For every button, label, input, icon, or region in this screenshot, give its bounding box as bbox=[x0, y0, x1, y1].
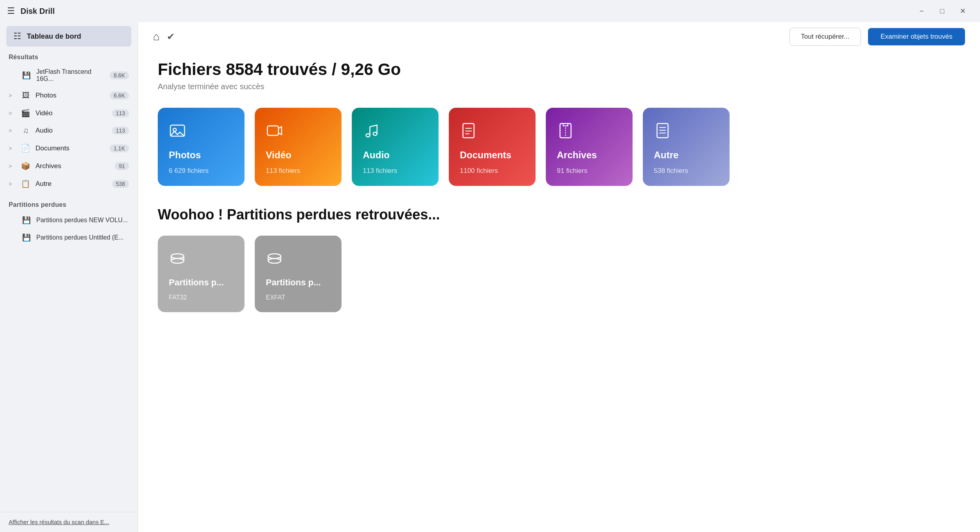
sidebar-item-video[interactable]: > 🎬 Vidéo 113 bbox=[0, 104, 138, 122]
sidebar-disk-item[interactable]: 💾 JetFlash Transcend 16G... 8.6K bbox=[0, 64, 138, 87]
partition-2-label: Partitions p... bbox=[266, 277, 330, 288]
sidebar-item-autre[interactable]: > 📋 Autre 538 bbox=[0, 175, 138, 193]
documents-card-count: 1100 fichiers bbox=[460, 167, 525, 175]
file-type-cards: Photos 6 629 fichiers Vidéo 113 fichiers bbox=[158, 108, 960, 186]
close-button[interactable]: ✕ bbox=[952, 4, 973, 18]
svg-point-22 bbox=[268, 259, 281, 263]
sidebar-item-archives[interactable]: > 📦 Archives 91 bbox=[0, 157, 138, 175]
dashboard-label: Tableau de bord bbox=[27, 32, 81, 41]
disk-icon: 💾 bbox=[21, 233, 32, 242]
sidebar-archives-badge: 91 bbox=[115, 162, 129, 170]
dashboard-grid-icon: ☷ bbox=[13, 31, 21, 41]
svg-point-1 bbox=[173, 128, 176, 131]
partition-cards: Partitions p... FAT32 Partitions p... EX… bbox=[158, 236, 960, 312]
partition-1-icon bbox=[169, 250, 233, 271]
partition-card-1[interactable]: Partitions p... FAT32 bbox=[158, 236, 245, 312]
sidebar-photos-badge: 6.6K bbox=[110, 92, 129, 99]
sidebar-autre-label: Autre bbox=[35, 180, 107, 188]
minimize-button[interactable]: − bbox=[911, 4, 932, 18]
lost-partitions-title: Woohoo ! Partitions perdues retrouvées..… bbox=[158, 206, 960, 223]
results-subtitle: Analyse terminée avec succès bbox=[158, 82, 960, 91]
svg-rect-9 bbox=[563, 124, 568, 126]
partition-1-sub: FAT32 bbox=[169, 294, 233, 301]
audio-card[interactable]: Audio 113 fichiers bbox=[352, 108, 439, 186]
check-icon: ✔ bbox=[167, 31, 175, 42]
window-controls: − □ ✕ bbox=[911, 4, 973, 18]
svg-point-19 bbox=[268, 254, 281, 259]
disk-badge: 8.6K bbox=[110, 71, 129, 79]
archives-icon: 📦 bbox=[21, 161, 31, 170]
sidebar-dashboard-button[interactable]: ☷ Tableau de bord bbox=[6, 26, 131, 47]
titlebar: ☰ Disk Drill − □ ✕ bbox=[0, 0, 980, 22]
photos-card[interactable]: Photos 6 629 fichiers bbox=[158, 108, 245, 186]
show-scan-results-link[interactable]: Afficher les résultats du scan dans E... bbox=[9, 519, 109, 525]
video-card[interactable]: Vidéo 113 fichiers bbox=[255, 108, 342, 186]
autre-icon: 📋 bbox=[21, 179, 31, 188]
sidebar-documents-label: Documents bbox=[35, 144, 105, 152]
sidebar-footer: Afficher les résultats du scan dans E... bbox=[0, 512, 138, 532]
archives-card[interactable]: Archives 91 fichiers bbox=[546, 108, 633, 186]
sidebar-archives-label: Archives bbox=[35, 162, 110, 170]
sidebar-documents-badge: 1.1K bbox=[110, 144, 129, 152]
photos-card-count: 6 629 fichiers bbox=[169, 167, 233, 175]
sidebar-lost-partition-2[interactable]: 💾 Partitions perdues Untitled (E... bbox=[0, 229, 138, 246]
audio-card-label: Audio bbox=[363, 150, 427, 161]
svg-point-15 bbox=[171, 254, 184, 259]
lost-partition-1-label: Partitions perdues NEW VOLU... bbox=[36, 217, 129, 224]
autre-card-label: Autre bbox=[654, 150, 719, 161]
partition-2-icon bbox=[266, 250, 330, 271]
disk-icon: 💾 bbox=[21, 71, 32, 80]
sidebar-results-section: Résultats bbox=[0, 54, 138, 64]
sidebar-audio-badge: 113 bbox=[112, 127, 129, 135]
menu-icon[interactable]: ☰ bbox=[7, 6, 15, 16]
archives-card-count: 91 fichiers bbox=[557, 167, 622, 175]
disk-icon: 💾 bbox=[21, 216, 32, 225]
sidebar-audio-label: Audio bbox=[35, 127, 107, 135]
video-card-count: 113 fichiers bbox=[266, 167, 330, 175]
photos-card-icon bbox=[169, 122, 233, 143]
documents-card-label: Documents bbox=[460, 150, 525, 161]
sidebar: ☷ Tableau de bord Résultats 💾 JetFlash T… bbox=[0, 22, 138, 532]
sidebar-photos-label: Photos bbox=[35, 92, 105, 99]
video-card-label: Vidéo bbox=[266, 150, 330, 161]
audio-card-count: 113 fichiers bbox=[363, 167, 427, 175]
sidebar-video-label: Vidéo bbox=[35, 109, 107, 117]
autre-card-count: 538 fichiers bbox=[654, 167, 719, 175]
sidebar-autre-badge: 538 bbox=[112, 180, 129, 188]
archives-card-icon bbox=[557, 122, 622, 143]
results-title: Fichiers 8584 trouvés / 9,26 Go bbox=[158, 60, 960, 79]
archives-card-label: Archives bbox=[557, 150, 622, 161]
video-card-icon bbox=[266, 122, 330, 143]
main-content: ⌂ ✔ Tout récupérer... Examiner objets tr… bbox=[138, 22, 980, 532]
partition-2-sub: EXFAT bbox=[266, 294, 330, 301]
autre-card[interactable]: Autre 538 fichiers bbox=[643, 108, 730, 186]
audio-card-icon bbox=[363, 122, 427, 143]
documents-card-icon bbox=[460, 122, 525, 143]
sidebar-lost-partition-1[interactable]: 💾 Partitions perdues NEW VOLU... bbox=[0, 212, 138, 229]
maximize-button[interactable]: □ bbox=[932, 4, 952, 18]
chevron-right-icon: > bbox=[9, 163, 16, 169]
photos-icon: 🖼 bbox=[21, 91, 31, 100]
examine-button[interactable]: Examiner objets trouvés bbox=[868, 28, 965, 45]
home-icon[interactable]: ⌂ bbox=[153, 30, 160, 43]
sidebar-item-documents[interactable]: > 📄 Documents 1.1K bbox=[0, 139, 138, 157]
partition-card-2[interactable]: Partitions p... EXFAT bbox=[255, 236, 342, 312]
lost-partition-2-label: Partitions perdues Untitled (E... bbox=[36, 234, 129, 241]
app-body: ☷ Tableau de bord Résultats 💾 JetFlash T… bbox=[0, 22, 980, 532]
app-title: Disk Drill bbox=[21, 7, 55, 16]
chevron-right-icon: > bbox=[9, 145, 16, 152]
documents-card[interactable]: Documents 1100 fichiers bbox=[449, 108, 536, 186]
sidebar-lost-section: Partitions perdues bbox=[0, 201, 138, 212]
autre-card-icon bbox=[654, 122, 719, 143]
main-toolbar: ⌂ ✔ Tout récupérer... Examiner objets tr… bbox=[138, 22, 980, 46]
video-icon: 🎬 bbox=[21, 109, 31, 118]
chevron-right-icon: > bbox=[9, 92, 16, 99]
svg-rect-2 bbox=[267, 126, 278, 135]
documents-icon: 📄 bbox=[21, 144, 31, 153]
chevron-right-icon: > bbox=[9, 181, 16, 187]
sidebar-item-photos[interactable]: > 🖼 Photos 6.6K bbox=[0, 87, 138, 104]
sidebar-item-audio[interactable]: > ♫ Audio 113 bbox=[0, 122, 138, 139]
disk-label: JetFlash Transcend 16G... bbox=[36, 68, 105, 82]
recover-all-button[interactable]: Tout récupérer... bbox=[790, 28, 861, 46]
sidebar-video-badge: 113 bbox=[112, 109, 129, 117]
